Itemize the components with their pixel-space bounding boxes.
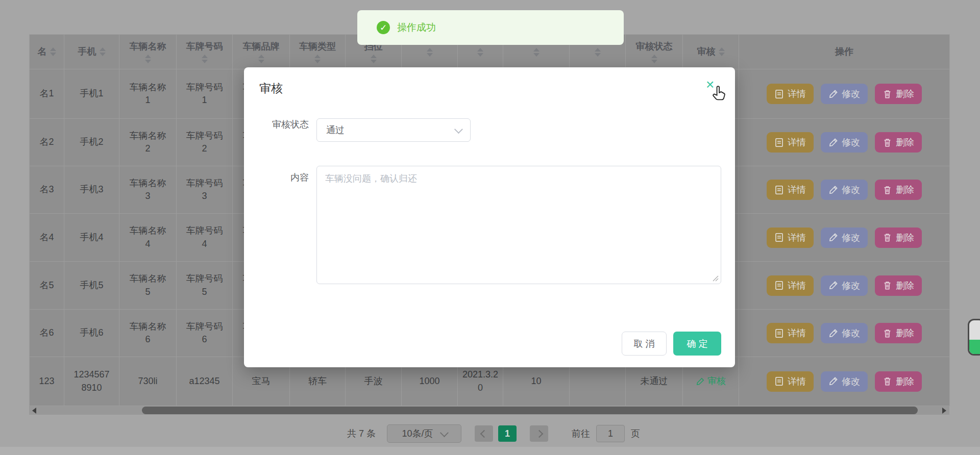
prev-page-button[interactable] [475, 425, 493, 442]
del-button[interactable]: 删除 [875, 84, 922, 104]
edit-button[interactable]: 修改 [821, 323, 868, 343]
next-page-button[interactable] [530, 425, 548, 442]
sort-caret-icon[interactable] [427, 48, 433, 57]
status-select[interactable]: 通过 [316, 118, 471, 142]
column-header-label: 车辆名称 [130, 40, 166, 53]
edit-button[interactable]: 修改 [821, 228, 868, 248]
toast-message: 操作成功 [397, 21, 436, 34]
sort-caret-icon[interactable] [314, 55, 321, 63]
sort-caret-icon[interactable] [651, 55, 657, 63]
content-placeholder: 车辆没问题，确认归还 [325, 173, 417, 184]
cancel-button[interactable]: 取 消 [622, 332, 667, 356]
column-header-label: 审核状态 [636, 40, 673, 53]
success-toast: ✓ 操作成功 [357, 10, 624, 45]
column-header-label: 车辆品牌 [243, 40, 280, 53]
row-actions: 详情修改删除 [767, 323, 922, 343]
del-button[interactable]: 删除 [875, 323, 922, 343]
page-number-1[interactable]: 1 [498, 425, 517, 442]
scroll-progress-pill[interactable] [968, 319, 980, 356]
edit-button[interactable]: 修改 [821, 180, 868, 200]
cell-name-row5: 名5 [30, 262, 64, 310]
horizontal-scrollbar[interactable] [29, 406, 949, 415]
column-header-review[interactable]: 审核 [683, 35, 739, 69]
column-header-phone[interactable]: 手机 [64, 35, 119, 69]
cell-phone-row7: 1234567 8910 [64, 357, 119, 406]
detail-button-label: 详情 [788, 280, 806, 292]
del-button-label: 删除 [896, 232, 914, 244]
column-header-vehicle_name[interactable]: 车辆名称 [119, 35, 177, 69]
cell-phone-row1: 手机1 [64, 69, 119, 119]
del-button[interactable]: 删除 [875, 132, 922, 153]
detail-button[interactable]: 详情 [767, 180, 814, 200]
cell-phone-row6: 手机6 [64, 310, 119, 357]
pagination-total: 共 7 条 [347, 427, 376, 440]
column-header-status[interactable]: 审核状态 [626, 35, 683, 69]
cell-plate-row7: a12345 [177, 357, 233, 406]
sort-caret-icon[interactable] [202, 55, 208, 63]
row-actions: 详情修改删除 [767, 180, 922, 200]
cell-vehicle_name-row5: 车辆名称 5 [119, 262, 177, 310]
sort-caret-icon[interactable] [719, 47, 725, 56]
cell-phone-row3: 手机3 [64, 166, 119, 214]
edit-button-label: 修改 [842, 327, 860, 339]
scroll-left-arrow-icon[interactable] [32, 408, 36, 414]
cell-vehicle_name-row7: 730li [119, 357, 177, 406]
detail-button[interactable]: 详情 [767, 84, 814, 104]
del-button[interactable]: 删除 [875, 228, 922, 248]
status-select-value: 通过 [326, 124, 345, 136]
sort-caret-icon[interactable] [258, 55, 264, 63]
column-header-brand[interactable]: 车辆品牌 [233, 35, 290, 69]
review-link-label: 审核 [707, 375, 726, 388]
column-header-label: 车辆类型 [299, 40, 336, 53]
goto-label: 前往 [572, 427, 590, 440]
cell-vehicle_name-row2: 车辆名称 2 [119, 119, 177, 166]
resize-grip-icon[interactable] [712, 274, 719, 282]
detail-button[interactable]: 详情 [767, 275, 814, 296]
detail-button[interactable]: 详情 [767, 323, 814, 343]
cell-plate-row4: 车牌号码 4 [177, 214, 233, 262]
sort-caret-icon[interactable] [533, 48, 540, 57]
detail-button[interactable]: 详情 [767, 132, 814, 153]
page-size-select[interactable]: 10条/页 [387, 424, 461, 443]
edit-button[interactable]: 修改 [821, 275, 868, 296]
mouse-cursor-hand-icon [712, 86, 726, 102]
detail-button[interactable]: 详情 [767, 371, 814, 392]
cell-ops-row1: 详情修改删除 [739, 69, 950, 119]
cell-name-row6: 名6 [30, 310, 64, 357]
sort-caret-icon[interactable] [595, 48, 601, 57]
status-field-label: 审核状态 [242, 118, 309, 131]
cell-plate-row6: 车牌号码 6 [177, 310, 233, 357]
sort-caret-icon[interactable] [145, 55, 151, 63]
del-button[interactable]: 删除 [875, 180, 922, 200]
chevron-down-icon [439, 428, 448, 437]
sort-caret-icon[interactable] [100, 47, 106, 56]
edit-button[interactable]: 修改 [821, 371, 868, 392]
sort-caret-icon[interactable] [50, 47, 56, 56]
confirm-button[interactable]: 确 定 [673, 332, 721, 356]
del-button[interactable]: 删除 [875, 275, 922, 296]
sort-caret-icon[interactable] [477, 48, 483, 57]
cell-plate-row5: 车牌号码 5 [177, 262, 233, 310]
edit-button[interactable]: 修改 [821, 84, 868, 104]
page-size-value: 10条/页 [402, 427, 433, 440]
goto-page-value: 1 [608, 428, 613, 439]
review-link[interactable]: 审核 [696, 375, 726, 388]
del-button[interactable]: 删除 [875, 371, 922, 392]
detail-button[interactable]: 详情 [767, 228, 814, 248]
success-check-icon: ✓ [377, 21, 390, 34]
row-actions: 详情修改删除 [767, 132, 922, 153]
sort-caret-icon[interactable] [371, 55, 377, 63]
cell-ops-row4: 详情修改删除 [739, 214, 950, 262]
scroll-right-arrow-icon[interactable] [942, 408, 946, 414]
content-textarea[interactable]: 车辆没问题，确认归还 [316, 166, 721, 284]
column-header-type[interactable]: 车辆类型 [290, 35, 346, 69]
goto-page-input[interactable]: 1 [596, 425, 625, 442]
scrollbar-thumb[interactable] [142, 407, 918, 414]
column-header-plate[interactable]: 车牌号码 [177, 35, 233, 69]
cell-vehicle_name-row1: 车辆名称 1 [119, 69, 177, 119]
column-header-label: 操作 [835, 45, 853, 58]
edit-button[interactable]: 修改 [821, 132, 868, 153]
column-header-name[interactable]: 名 [30, 35, 64, 69]
edit-button-label: 修改 [842, 232, 860, 244]
detail-button-label: 详情 [788, 184, 806, 196]
